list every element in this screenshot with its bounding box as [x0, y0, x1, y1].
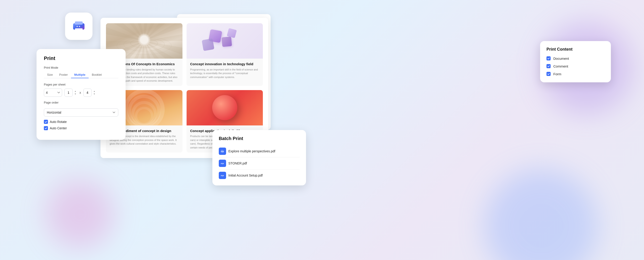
batch-print-panel: Batch Print PDF Explore multiple perspec… [212, 130, 306, 185]
bp-file-3-name: Initial Account Setup.pdf [228, 174, 262, 177]
doc-card-2-body: Concept innovation in technology field P… [186, 59, 263, 82]
print-content-comment-row[interactable]: Comment [546, 64, 604, 68]
bp-file-2[interactable]: PDF STONER.pdf [219, 157, 300, 169]
auto-center-label: Auto Center [50, 126, 67, 130]
app-icon [65, 12, 92, 40]
print-content-title: Print Content [546, 47, 604, 52]
pdf-file-icon: PDF [220, 149, 225, 154]
auto-rotate-checkbox[interactable] [44, 120, 48, 124]
svg-point-4 [79, 26, 80, 27]
tab-booklet[interactable]: Booklet [88, 72, 105, 78]
form-checkbox[interactable] [546, 72, 550, 76]
doc-card-2-image [186, 23, 263, 59]
svg-text:PDF: PDF [221, 163, 224, 164]
doc-card-2-text: Programming, as an important skill in th… [190, 68, 260, 79]
checkmark-icon [44, 120, 47, 123]
checkmark-form [547, 72, 550, 75]
doc-card-2: Concept innovation in technology field P… [186, 23, 263, 86]
bp-file-2-name: STONER.pdf [228, 162, 247, 165]
tab-poster[interactable]: Poster [56, 72, 71, 78]
print-panel: Print Print Mode Size Poster Multiple Bo… [36, 49, 126, 140]
checkmark-doc [547, 57, 550, 60]
cols-stepper[interactable]: ▲ ▼ [74, 88, 77, 97]
pages-per-sheet-section: Pages per sheet 4 1 2 6 9 16 ▲ ▼ x [44, 83, 118, 97]
pdf-file-icon-3: PDF [220, 173, 225, 178]
page-order-section: Page order Horizontal Vertical Reverse H… [44, 101, 118, 117]
print-mode-tabs: Size Poster Multiple Booklet [44, 72, 118, 78]
auto-rotate-label: Auto Rotate [50, 120, 67, 124]
comment-label: Comment [553, 64, 568, 68]
svg-text:PDF: PDF [221, 151, 224, 152]
pdf-file-icon-2: PDF [220, 161, 225, 166]
print-content-form-row[interactable]: Form [546, 72, 604, 76]
pages-per-sheet-select[interactable]: 4 1 2 6 9 16 [44, 88, 62, 97]
doc-card-4-image [186, 90, 263, 125]
svg-text:PDF: PDF [221, 175, 224, 177]
print-mode-label: Print Mode [44, 66, 118, 69]
document-checkbox[interactable] [546, 56, 550, 60]
auto-center-row[interactable]: Auto Center [44, 126, 118, 130]
checkmark-icon-2 [44, 127, 47, 130]
pages-per-sheet-row: 4 1 2 6 9 16 ▲ ▼ x ▲ ▼ [44, 88, 118, 97]
bp-file-3[interactable]: PDF Initial Account Setup.pdf [219, 169, 300, 179]
tab-multiple[interactable]: Multiple [71, 72, 88, 78]
svg-rect-1 [75, 21, 83, 25]
svg-point-3 [76, 26, 78, 27]
checkmark-comment [547, 65, 550, 67]
document-label: Document [553, 56, 569, 60]
blob-blue-decoration [484, 169, 598, 260]
print-content-panel: Print Content Document Comment Form [540, 41, 611, 82]
doc-card-2-title: Concept innovation in technology field [190, 62, 260, 66]
svg-rect-2 [75, 28, 83, 31]
form-label: Form [553, 72, 561, 76]
pages-per-sheet-label: Pages per sheet [44, 83, 118, 86]
tab-size[interactable]: Size [44, 72, 56, 78]
blob-pink-decoration [46, 180, 114, 249]
grid-cols-input[interactable] [64, 88, 72, 97]
batch-print-title: Batch Print [219, 136, 300, 141]
bp-file-1-name: Explore multiple perspectives.pdf [228, 149, 275, 153]
pdf-icon-1: PDF [219, 148, 226, 155]
pdf-icon-2: PDF [219, 160, 226, 167]
page-order-label: Page order [44, 101, 118, 104]
print-content-document-row[interactable]: Document [546, 56, 604, 60]
print-panel-title: Print [44, 55, 118, 61]
auto-center-checkbox[interactable] [44, 126, 48, 130]
page-order-select[interactable]: Horizontal Vertical Reverse Horizontal R… [44, 108, 118, 117]
printer-svg [71, 18, 87, 34]
pps-x-label: x [80, 91, 81, 94]
auto-rotate-row[interactable]: Auto Rotate [44, 120, 118, 124]
comment-checkbox[interactable] [546, 64, 550, 68]
rows-stepper[interactable]: ▲ ▼ [92, 88, 96, 97]
bp-file-1[interactable]: PDF Explore multiple perspectives.pdf [219, 145, 300, 157]
pdf-icon-3: PDF [219, 172, 226, 179]
grid-rows-input[interactable] [83, 88, 92, 97]
